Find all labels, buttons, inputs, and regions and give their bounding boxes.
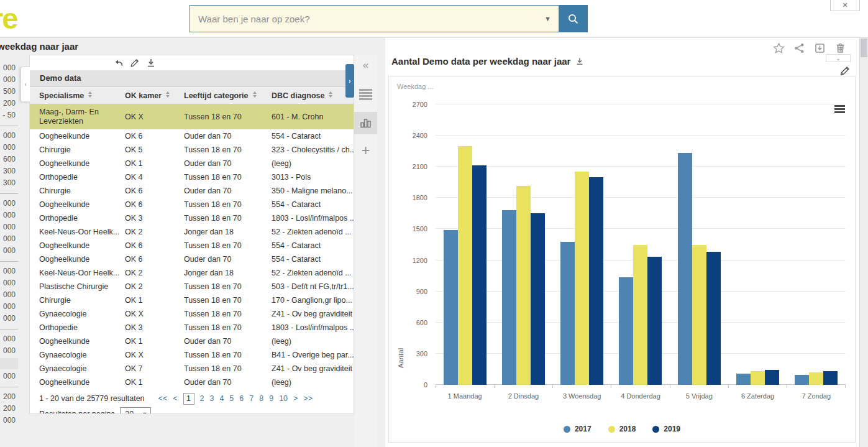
table-row[interactable]: OogheelkundeOK 6Tussen 18 en 70554 - Cat… bbox=[30, 239, 354, 252]
legend-item-2018[interactable]: 2018 bbox=[608, 425, 636, 433]
chart-edit-pencil-icon[interactable] bbox=[839, 65, 851, 76]
collapse-panel-button[interactable]: « bbox=[354, 58, 377, 72]
page-6[interactable]: 6 bbox=[239, 394, 244, 403]
filter-strip-separator bbox=[0, 189, 18, 198]
bar-2019-2[interactable] bbox=[531, 213, 545, 385]
column-header-dbc-diagnose[interactable]: DBC diagnose bbox=[272, 91, 354, 100]
y-tick-label: 2700 bbox=[413, 101, 427, 108]
table-header-row: SpecialismeOK kamerLeeftijd categorieDBC… bbox=[30, 87, 354, 104]
save-export-icon[interactable] bbox=[814, 42, 826, 54]
table-row[interactable]: Keel-Neus-Oor Heelk...OK 2Jonger dan 185… bbox=[30, 266, 354, 280]
table-row[interactable]: OogheelkundeOK 1Ouder dan 70(leeg) bbox=[30, 376, 354, 389]
table-row[interactable]: OrthopedieOK 3Tussen 18 en 701803 - Losl… bbox=[30, 321, 354, 334]
table-row[interactable]: GynaecologieOK XTussen 18 en 70Z41 - Ov … bbox=[30, 307, 354, 321]
sort-icon[interactable] bbox=[88, 91, 92, 98]
y-tick-label: 1500 bbox=[413, 225, 427, 233]
bar-2018-6[interactable] bbox=[751, 371, 765, 385]
per-page-select[interactable]: 20 ▼ bbox=[120, 407, 151, 414]
bar-2019-1[interactable] bbox=[472, 165, 487, 385]
table-row[interactable]: OogheelkundeOK 1Ouder dan 70(leeg) bbox=[30, 157, 354, 170]
page-5[interactable]: 5 bbox=[229, 394, 234, 403]
table-row[interactable]: OrthopedieOK 4Tussen 18 en 703013 - Pols bbox=[30, 170, 354, 184]
table-row[interactable]: ChirurgieOK 6Ouder dan 70350 - Maligne m… bbox=[30, 184, 354, 198]
bar-2017-4[interactable] bbox=[619, 277, 633, 385]
table-row[interactable]: Plastische ChirurgieOK 2Tussen 18 en 705… bbox=[30, 280, 354, 293]
table-row[interactable]: OogheelkundeOK 1Ouder dan 70(leeg) bbox=[30, 334, 354, 348]
list-view-button[interactable] bbox=[354, 88, 377, 101]
bar-2018-1[interactable] bbox=[458, 146, 472, 385]
page-9[interactable]: 9 bbox=[269, 394, 273, 403]
chart-widget-title: Aantal Demo data per weekdag naar jaar bbox=[391, 56, 570, 67]
page-last[interactable]: >> bbox=[303, 394, 313, 403]
chart-view-button-selected[interactable] bbox=[354, 112, 377, 134]
bar-2019-3[interactable] bbox=[589, 177, 603, 385]
page-10[interactable]: 10 bbox=[279, 394, 288, 403]
page-1[interactable]: 1 bbox=[183, 393, 194, 405]
bar-2018-5[interactable] bbox=[692, 245, 706, 385]
table-row[interactable]: GynaecologieOK XTussen 18 en 70B41 - Ove… bbox=[30, 348, 354, 362]
legend-item-2017[interactable]: 2017 bbox=[564, 425, 592, 433]
share-icon[interactable] bbox=[793, 42, 805, 54]
x-category-label: 6 Zaterdag bbox=[728, 392, 787, 400]
search-button[interactable] bbox=[559, 5, 588, 32]
bar-2017-3[interactable] bbox=[560, 242, 575, 385]
sort-icon[interactable] bbox=[253, 91, 257, 98]
search-input[interactable] bbox=[190, 6, 559, 32]
chart-download-icon[interactable] bbox=[575, 57, 584, 66]
table-row[interactable]: Keel-Neus-Oor Heelk...OK 2Jonger dan 185… bbox=[30, 225, 354, 239]
undo-icon[interactable] bbox=[114, 58, 124, 68]
page-7[interactable]: 7 bbox=[249, 394, 254, 403]
bar-2017-1[interactable] bbox=[444, 230, 458, 385]
page-first[interactable]: << bbox=[158, 394, 168, 403]
y-tick-label: 300 bbox=[416, 350, 427, 357]
legend-item-2019[interactable]: 2019 bbox=[652, 425, 680, 433]
table-row[interactable]: OogheelkundeOK 6Ouder dan 70554 - Catara… bbox=[30, 129, 354, 143]
table-row[interactable]: OogheelkundeOK 6Ouder dan 70554 - Catara… bbox=[30, 252, 354, 266]
column-header-leeftijd-categorie[interactable]: Leeftijd categorie bbox=[184, 91, 272, 100]
edit-pencil-icon[interactable] bbox=[130, 58, 140, 68]
bar-2019-4[interactable] bbox=[647, 257, 662, 385]
table-row[interactable]: ChirurgieOK 5Tussen 18 en 70323 - Cholec… bbox=[30, 143, 354, 157]
bar-2017-2[interactable] bbox=[502, 210, 516, 385]
bar-2018-4[interactable] bbox=[633, 245, 647, 385]
filter-strip-band bbox=[0, 358, 18, 369]
column-header-ok-kamer[interactable]: OK kamer bbox=[125, 91, 184, 100]
bar-2017-5[interactable] bbox=[678, 153, 692, 385]
bar-2019-7[interactable] bbox=[823, 371, 838, 385]
close-button[interactable]: ✕ bbox=[830, 0, 860, 11]
page-next[interactable]: > bbox=[293, 394, 298, 403]
column-header-specialisme[interactable]: Specialisme bbox=[39, 91, 125, 100]
bar-2019-6[interactable] bbox=[765, 370, 779, 385]
page-scrollbar-track[interactable] bbox=[859, 37, 868, 447]
panel-resize-handle[interactable]: › bbox=[345, 64, 354, 98]
bar-2018-7[interactable] bbox=[809, 372, 823, 385]
bar-2018-3[interactable] bbox=[575, 172, 589, 385]
collapse-left-tab[interactable]: ‹ bbox=[21, 67, 30, 102]
page-4[interactable]: 4 bbox=[219, 394, 224, 403]
page-prev[interactable]: < bbox=[173, 394, 177, 403]
widget-collapse-button[interactable]: ⌄ bbox=[826, 54, 851, 62]
sort-icon[interactable] bbox=[329, 91, 332, 98]
trash-icon[interactable] bbox=[834, 42, 846, 54]
sort-icon[interactable] bbox=[166, 91, 170, 98]
page-3[interactable]: 3 bbox=[209, 394, 214, 403]
download-icon[interactable] bbox=[146, 58, 156, 68]
page-8[interactable]: 8 bbox=[259, 394, 263, 403]
table-row[interactable]: OrthopedieOK 3Tussen 18 en 701803 - Losl… bbox=[30, 211, 354, 225]
bar-2018-2[interactable] bbox=[516, 186, 531, 385]
table-row[interactable]: GynaecologieOK 7Tussen 18 en 70Z41 - Ov … bbox=[30, 362, 354, 376]
add-view-button[interactable]: + bbox=[354, 143, 377, 158]
bar-2019-5[interactable] bbox=[706, 252, 721, 385]
table-row-selected[interactable]: Maag-, Darm- En LeverziektenOK XTussen 1… bbox=[30, 104, 354, 129]
page-scrollbar-thumb[interactable] bbox=[861, 39, 867, 57]
favorite-star-icon[interactable] bbox=[773, 42, 785, 54]
bar-2017-6[interactable] bbox=[736, 374, 751, 385]
search-dropdown-arrow-icon[interactable]: ▼ bbox=[544, 15, 551, 22]
bar-2017-7[interactable] bbox=[795, 375, 809, 385]
table-row[interactable]: ChirurgieOK 1Tussen 18 en 70170 - Gangli… bbox=[30, 293, 354, 307]
page-2[interactable]: 2 bbox=[200, 394, 204, 403]
filter-strip-value: 000 bbox=[0, 74, 18, 86]
filter-strip-value: 500 bbox=[0, 86, 18, 98]
search-box[interactable]: ▼ bbox=[190, 5, 559, 32]
table-row[interactable]: OogheelkundeOK 6Tussen 18 en 70554 - Cat… bbox=[30, 198, 354, 211]
